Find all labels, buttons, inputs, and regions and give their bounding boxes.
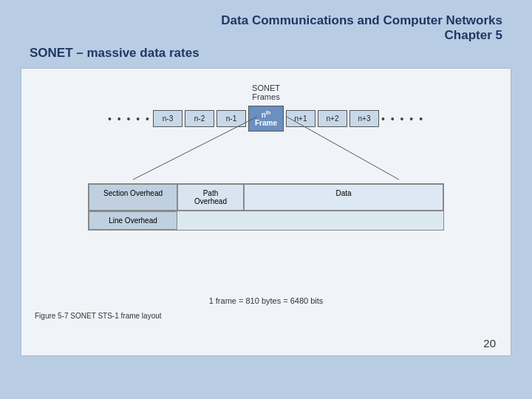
line-overhead: Line Overhead — [89, 211, 177, 230]
frame-nth: nthFrame — [248, 106, 284, 132]
frame-n2plus: n+2 — [318, 110, 347, 127]
page-number: 20 — [483, 337, 496, 349]
figure-caption: Figure 5-7 SONET STS-1 frame layout — [35, 312, 162, 320]
header-chapter: Chapter 5 — [30, 28, 502, 43]
detail-row1: Section Overhead PathOverhead Data — [89, 184, 443, 211]
dots-right: • • • • • — [381, 113, 424, 125]
frames-row: • • • • • n-3 n-2 n-1 nthFrame n+1 n+2 n… — [21, 106, 511, 132]
detail-box: Section Overhead PathOverhead Data Line … — [88, 183, 444, 231]
header-title: Data Communications and Computer Network… — [30, 13, 502, 28]
section-overhead: Section Overhead — [89, 184, 177, 211]
sonet-frames-label: SONET Frames — [252, 83, 280, 101]
frame-n3plus: n+3 — [349, 110, 379, 127]
frame-n1: n-1 — [216, 110, 246, 127]
path-overhead: PathOverhead — [177, 184, 244, 211]
slide-box: SONET Frames • • • • • n-3 n-2 n-1 nthFr… — [21, 68, 511, 356]
frame-n3: n-3 — [153, 110, 183, 127]
detail-spacer — [177, 211, 443, 230]
data-cell: Data — [244, 184, 443, 211]
header: Data Communications and Computer Network… — [0, 0, 532, 43]
frame-n1plus: n+1 — [286, 110, 316, 127]
frame-n2: n-2 — [185, 110, 214, 127]
detail-row2: Line Overhead — [89, 211, 443, 230]
dots-left: • • • • • — [108, 113, 151, 125]
subtitle: SONET – massive data rates — [0, 43, 532, 61]
frame-size-label: 1 frame = 810 bytes = 6480 bits — [21, 296, 511, 305]
